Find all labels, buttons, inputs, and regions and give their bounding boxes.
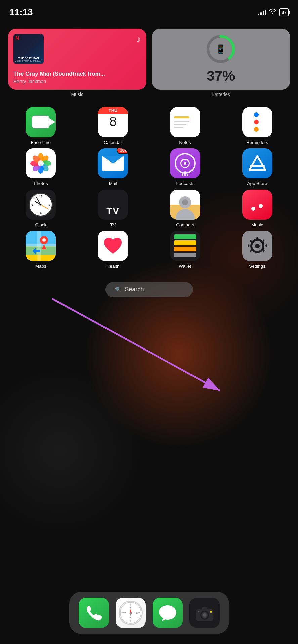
maps-icon — [26, 231, 56, 261]
podcast-outer-ring — [175, 153, 196, 174]
app-item-health[interactable]: Health — [77, 231, 149, 269]
podcast-sound-waves — [182, 171, 188, 176]
wave-3 — [187, 174, 188, 176]
podcast-inner-ring — [180, 159, 190, 168]
notes-label: Notes — [179, 140, 191, 145]
camera-icon-svg — [195, 604, 215, 622]
app-item-maps[interactable]: Maps — [5, 231, 77, 269]
wallet-icon — [170, 231, 200, 261]
app-item-calendar[interactable]: THU 8 Calendar — [77, 107, 149, 145]
notes-line-1 — [174, 121, 189, 122]
tv-label: TV — [110, 222, 116, 227]
clock-second-hand — [41, 204, 49, 210]
svg-rect-37 — [202, 607, 207, 610]
app-item-photos[interactable]: Photos — [5, 148, 77, 186]
music-label: Music — [251, 222, 263, 227]
search-bar[interactable]: 🔍 Search — [105, 282, 193, 297]
clock-6: 6 — [40, 212, 41, 215]
reminder-dot-3 — [254, 127, 259, 132]
clock-label: Clock — [35, 222, 46, 227]
wallet-stripe-green — [174, 234, 196, 239]
photos-label: Photos — [34, 181, 48, 186]
wallet-stripe-orange — [174, 247, 196, 251]
reminder-3 — [254, 127, 261, 132]
music-icon — [242, 190, 272, 220]
app-item-tv[interactable]: TV TV — [77, 190, 149, 227]
battery-widget[interactable]: 📱 37% — [152, 29, 290, 90]
facetime-label: FaceTime — [31, 140, 51, 145]
tv-icon: TV — [98, 190, 128, 220]
clock-3: 3 — [49, 203, 50, 206]
app-item-facetime[interactable]: FaceTime — [5, 107, 77, 145]
dock-camera[interactable] — [189, 598, 220, 628]
app-item-clock[interactable]: 12 3 6 9 Clock — [5, 190, 77, 227]
clock-center — [40, 204, 42, 206]
wave-1 — [182, 173, 183, 176]
wallet-label: Wallet — [179, 264, 191, 269]
podcast-center-dot — [184, 162, 186, 165]
album-art-inner: N THE GRAY MAN MUSIC BY HENRY JACKMAN — [13, 34, 44, 64]
clock-icon: 12 3 6 9 — [26, 190, 56, 220]
status-icons: 37 — [258, 8, 289, 16]
dock-phone[interactable] — [79, 598, 109, 628]
phone-icon-svg — [85, 604, 102, 622]
phone-icon: 📱 — [215, 44, 226, 54]
app-item-reminders[interactable]: Reminders — [221, 107, 293, 145]
music-note-svg — [249, 196, 266, 213]
status-time: 11:13 — [9, 7, 33, 18]
svg-text:W: W — [123, 611, 126, 614]
app-item-wallet[interactable]: Wallet — [149, 231, 221, 269]
dock-messages[interactable] — [153, 598, 183, 628]
reminder-1 — [254, 112, 261, 117]
app-item-contacts[interactable]: Contacts — [149, 190, 221, 227]
app-item-settings[interactable]: Settings — [221, 231, 293, 269]
svg-text:N: N — [130, 606, 131, 609]
maps-label: Maps — [35, 264, 46, 269]
app-item-notes[interactable]: Notes — [149, 107, 221, 145]
battery-value: 37 — [281, 10, 287, 15]
signal-bar-3 — [263, 11, 264, 15]
calendar-icon: THU 8 — [98, 107, 128, 137]
search-icon: 🔍 — [115, 286, 122, 293]
music-widget-wrapper: N THE GRAY MAN MUSIC BY HENRY JACKMAN ♪ … — [8, 29, 146, 97]
music-title: The Gray Man (Soundtrack from... — [13, 71, 141, 77]
dock-safari[interactable]: N S E W — [116, 598, 146, 628]
signal-bar-1 — [258, 14, 259, 15]
appstore-icon — [242, 148, 272, 178]
search-text: Search — [125, 286, 144, 293]
music-widget-label: Music — [8, 92, 146, 97]
apple-tv-logo: TV — [105, 193, 121, 216]
reminder-dot-2 — [254, 120, 259, 124]
annotation-arrow — [52, 299, 220, 391]
wifi-icon — [269, 8, 276, 16]
contact-body — [176, 209, 195, 220]
contacts-icon — [170, 190, 200, 220]
mail-badge: 109 — [117, 148, 128, 154]
app-item-mail[interactable]: 109 Mail — [77, 148, 149, 186]
music-artist: Henry Jackman — [13, 79, 141, 84]
search-bar-row: 🔍 Search — [0, 282, 298, 297]
podcasts-label: Podcasts — [176, 181, 195, 186]
music-widget[interactable]: N THE GRAY MAN MUSIC BY HENRY JACKMAN ♪ … — [8, 29, 146, 90]
svg-text:S: S — [130, 616, 131, 620]
reminders-icon — [242, 107, 272, 137]
podcasts-icon — [170, 148, 200, 178]
battery-ring: 📱 — [206, 34, 236, 64]
reminder-2 — [254, 120, 261, 124]
reminders-list — [253, 111, 262, 133]
notes-lines — [174, 116, 189, 128]
signal-icon — [258, 9, 266, 15]
reminders-label: Reminders — [246, 140, 268, 145]
movie-title: THE GRAY MAN — [18, 57, 39, 60]
reminder-dot-1 — [254, 112, 259, 117]
app-grid: FaceTime THU 8 Calendar Notes — [0, 100, 298, 269]
safari-compass-svg: N S E W — [120, 601, 142, 625]
app-item-music[interactable]: Music — [221, 190, 293, 227]
signal-bar-2 — [260, 12, 262, 15]
app-item-appstore[interactable]: App Store — [221, 148, 293, 186]
wave-2 — [184, 171, 186, 176]
svg-text:E: E — [136, 611, 137, 614]
facetime-icon — [26, 107, 56, 137]
app-item-podcasts[interactable]: Podcasts — [149, 148, 221, 186]
settings-label: Settings — [249, 264, 265, 269]
